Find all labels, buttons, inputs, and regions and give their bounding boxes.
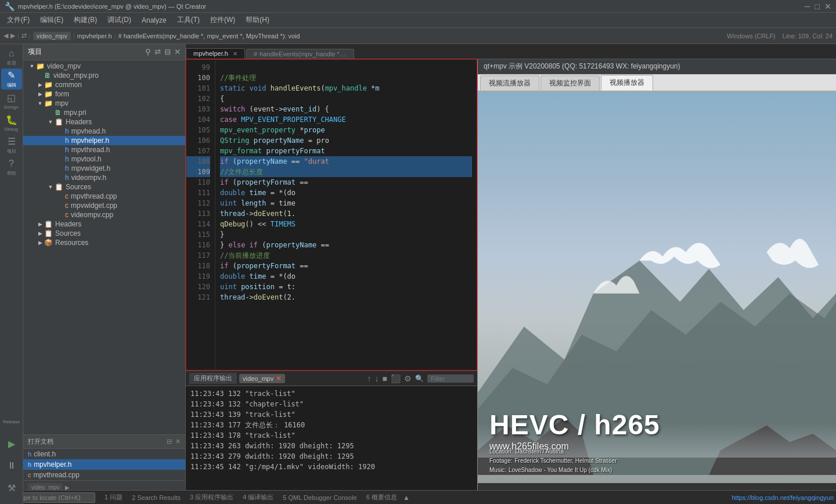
menu-build[interactable]: 构建(B)	[69, 14, 102, 26]
menu-tools[interactable]: 工具(T)	[172, 14, 204, 26]
project-name[interactable]: video_mpv	[33, 32, 71, 40]
form-folder-icon: 📁	[44, 90, 53, 98]
tree-item-videompv-cpp[interactable]: c videompv.cpp	[23, 210, 185, 219]
tree-item-headers-group[interactable]: ▼ 📋 Headers	[23, 117, 185, 127]
close-panel-icon[interactable]: ✕	[174, 48, 181, 56]
video-info: Location:Dachstein / Austria Footage:Fre…	[489, 447, 617, 475]
filter-input[interactable]	[427, 375, 474, 383]
open-doc-client-h[interactable]: h client.h	[23, 449, 185, 459]
sidebar-item-project[interactable]: ☰ 项目	[1, 135, 22, 156]
minimize-button[interactable]: ─	[805, 2, 810, 11]
toolbar-forward[interactable]: ▶	[10, 32, 15, 39]
tab-function[interactable]: # handleEvents(mpv_handle *, mpv_event *…	[246, 49, 354, 59]
open-doc-mpvthread-cpp[interactable]: c mpvthread.cpp	[23, 470, 185, 480]
collapse-icon[interactable]: ⊟	[164, 48, 171, 56]
tree-item-videompv-h[interactable]: h videompv.h	[23, 173, 185, 182]
app-tab-name: video_mpv	[243, 375, 273, 382]
tree-label-common: common	[55, 81, 82, 89]
tree-item-mpvhead[interactable]: h mpvhead.h	[23, 127, 185, 136]
toolbar-back[interactable]: ◀	[3, 32, 8, 39]
tree-item-mpvtool[interactable]: h mpvtool.h	[23, 154, 185, 164]
tree-item-mpv[interactable]: ▼ 📁 mpv	[23, 99, 185, 108]
sidebar-run-button[interactable]: ▶	[1, 433, 22, 454]
toolbar-sep4: |	[114, 33, 116, 39]
output-ctrl-wrap[interactable]: ⬛	[391, 374, 401, 383]
output-content[interactable]: 11:23:43 132 "track-list" 11:23:43 132 "…	[186, 386, 477, 504]
qt-tab-stream[interactable]: 视频流播放器	[480, 75, 539, 91]
tab-label-function: handleEvents(mpv_handle *, mpv_event *, …	[260, 51, 347, 57]
toolbar-bookmark[interactable]: ⇄	[21, 32, 27, 39]
app-tab-badge[interactable]: video_mpv ✕	[239, 374, 285, 383]
open-docs-ctrl2[interactable]: ✕	[175, 438, 181, 445]
qt-tabs: 视频流播放器 视频监控界面 视频播放器	[478, 74, 836, 92]
header-file-icon6: h	[65, 174, 69, 182]
btm-num-4: 4	[243, 494, 248, 501]
tree-item-mpvwidget[interactable]: h mpvwidget.h	[23, 164, 185, 173]
tree-item-form[interactable]: ▶ 📁 form	[23, 89, 185, 99]
headers-group-icon: 📋	[55, 118, 63, 126]
tree-item-mpvhelper[interactable]: h mpvhelper.h	[23, 136, 185, 145]
output-ctrl-settings[interactable]: ⚙	[404, 374, 412, 383]
edit-label: 编辑	[7, 82, 16, 88]
sidebar-debug-run-button[interactable]: ⏸	[1, 455, 22, 476]
open-docs-ctrl1[interactable]: ⊟	[167, 438, 172, 445]
menu-debug[interactable]: 调试(D)	[103, 14, 136, 26]
code-editor[interactable]: 99 100 101 102 103 104 105 106 107 108 1…	[186, 59, 477, 504]
open-doc-mpvhelper-h[interactable]: h mpvhelper.h	[23, 459, 185, 470]
btm-tab-app-output[interactable]: 3 应用程序输出	[185, 492, 238, 503]
tree-item-resources[interactable]: ▶ 📦 Resources	[23, 238, 185, 247]
sidebar-item-design[interactable]: ◱ Design	[1, 91, 22, 111]
menu-edit[interactable]: 编辑(E)	[35, 14, 68, 26]
tree-label-mpvhelper: mpvhelper.h	[71, 136, 109, 145]
sidebar-item-welcome[interactable]: ⌂ 欢迎	[1, 46, 22, 67]
qt-tab-stream-label: 视频流播放器	[489, 79, 531, 87]
sidebar-item-edit[interactable]: ✎ 编辑	[1, 69, 22, 89]
filter-icon[interactable]: ⚲	[145, 48, 151, 56]
output-tab-label[interactable]: 应用程序输出	[189, 373, 237, 384]
tree-item-common[interactable]: ▶ 📁 common	[23, 80, 185, 89]
menu-file[interactable]: 文件(F)	[2, 14, 34, 26]
tree-item-video_mpv[interactable]: ▼ 📁 video_mpv	[23, 62, 185, 71]
menu-help[interactable]: 帮助(H)	[241, 14, 274, 26]
sidebar-item-release[interactable]: Release	[1, 411, 22, 432]
tree-item-mpv-pri[interactable]: 🗎 mpv.pri	[23, 108, 185, 117]
app-tab-close[interactable]: ✕	[276, 375, 282, 383]
sync-icon[interactable]: ⇄	[154, 48, 161, 56]
menu-analyze[interactable]: Analyze	[137, 15, 171, 26]
tree-item-video_mpv_pro[interactable]: 🗎 video_mpv.pro	[23, 71, 185, 80]
sidebar-item-debug[interactable]: 🐛 Debug	[1, 113, 22, 134]
code-content[interactable]: //事件处理 static void handleEvents(mpv_hand…	[215, 60, 477, 370]
filter-icon-output: 🔍	[415, 375, 424, 383]
csdn-link[interactable]: https://blog.csdn.net/feiyangqingyun	[732, 494, 834, 501]
maximize-button[interactable]: □	[815, 2, 820, 11]
video-overlay: HEVC / h265 www.h265files.com	[489, 411, 660, 452]
btm-expand-icon[interactable]: ▲	[403, 494, 410, 502]
tree-item-mpvthread-cpp[interactable]: c mpvthread.cpp	[23, 192, 185, 201]
tree-item-sources-root[interactable]: ▶ 📋 Sources	[23, 229, 185, 238]
tree-item-headers-root[interactable]: ▶ 📋 Headers	[23, 219, 185, 229]
sidebar-item-help[interactable]: ? 帮助	[1, 157, 22, 178]
menu-widgets[interactable]: 控件(W)	[206, 14, 240, 26]
btm-tab-search-results[interactable]: 2 Search Results	[127, 493, 185, 502]
btm-tab-qml[interactable]: 5 QML Debugger Console	[278, 493, 361, 502]
sidebar-build-button[interactable]: ⚒	[1, 477, 22, 498]
btm-label-issues: 问题	[110, 494, 122, 501]
tree-item-mpvwidget-cpp[interactable]: c mpvwidget.cpp	[23, 201, 185, 210]
btm-num-1: 1	[105, 494, 110, 501]
qt-tab-monitor[interactable]: 视频监控界面	[540, 75, 600, 91]
titlebar-controls[interactable]: ─ □ ✕	[805, 2, 831, 11]
project-icon: ☰	[8, 136, 16, 147]
qt-tab-player[interactable]: 视频播放器	[601, 75, 653, 91]
tab-mpvhelper-h[interactable]: mpvhelper.h ✕	[186, 48, 245, 59]
close-button[interactable]: ✕	[824, 2, 831, 11]
header-file-icon5: h	[65, 164, 69, 172]
btm-tab-summary[interactable]: 6 概要信息	[362, 492, 402, 503]
tab-close-mpvhelper[interactable]: ✕	[233, 51, 237, 57]
btm-tab-issues[interactable]: 1 问题	[100, 492, 127, 503]
output-ctrl-down[interactable]: ↓	[375, 374, 379, 383]
tree-item-mpvthread-h[interactable]: h mpvthread.h	[23, 145, 185, 154]
output-ctrl-up[interactable]: ↑	[367, 374, 372, 383]
output-ctrl-stop[interactable]: ■	[383, 374, 387, 383]
tree-item-sources-group[interactable]: ▼ 📋 Sources	[23, 182, 185, 192]
btm-tab-compile[interactable]: 4 编译输出	[238, 492, 278, 503]
